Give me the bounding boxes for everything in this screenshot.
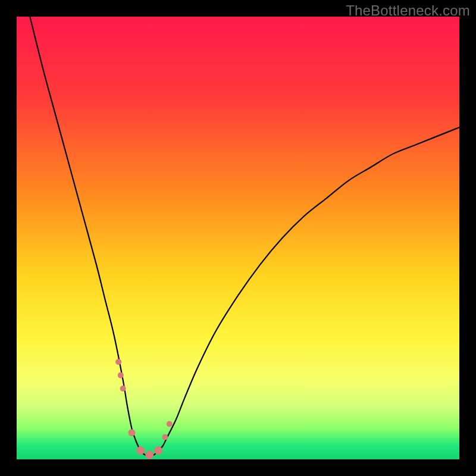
curve-marker	[115, 359, 121, 365]
chart-frame: TheBottleneck.com	[0, 0, 476, 476]
bottleneck-chart	[17, 17, 459, 459]
watermark-text: TheBottleneck.com	[346, 2, 470, 19]
gradient-background	[17, 17, 459, 459]
curve-marker	[120, 386, 126, 392]
curve-marker	[118, 372, 124, 378]
curve-marker	[128, 429, 135, 436]
curve-marker	[136, 446, 145, 455]
curve-marker	[154, 446, 162, 455]
curve-marker	[162, 434, 168, 440]
curve-marker	[167, 421, 173, 427]
curve-marker	[145, 451, 154, 459]
